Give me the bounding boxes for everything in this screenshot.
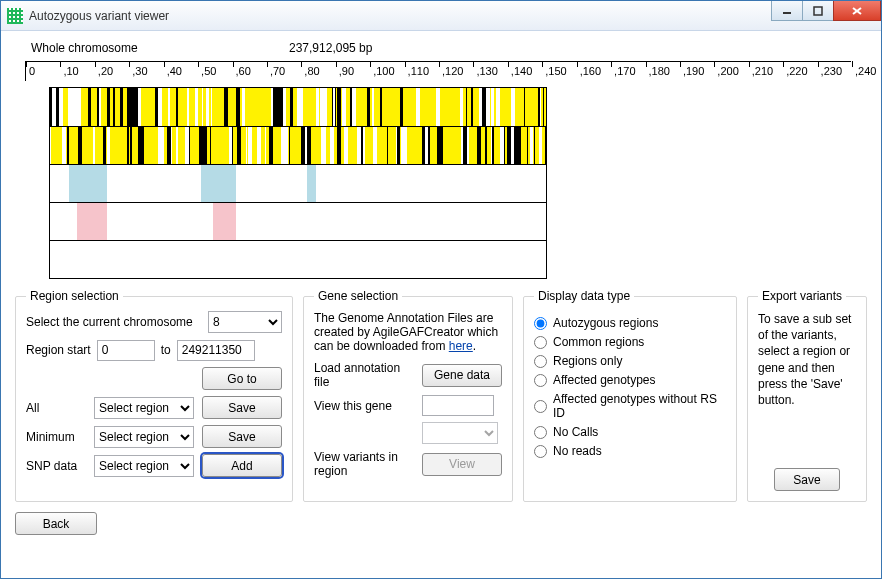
window-controls [772, 1, 881, 21]
chromosome-select-label: Select the current chromosome [26, 315, 193, 329]
export-save-button[interactable]: Save [774, 468, 840, 491]
display-option-label: Autozygous regions [553, 316, 658, 330]
region-band[interactable] [307, 165, 315, 202]
minimize-icon [782, 6, 792, 16]
ruler-container: 0,10,20,30,40,50,60,70,80,90,100,110,120… [25, 61, 851, 279]
ruler-tick: ,40 [164, 61, 165, 67]
ruler-tick: ,120 [439, 61, 440, 67]
whole-chromosome-label: Whole chromosome [31, 41, 138, 55]
minimum-region-select[interactable]: Select region [94, 426, 194, 448]
chromosome-row: Select the current chromosome 1234567891… [26, 311, 282, 333]
display-option-radio[interactable] [534, 400, 547, 413]
ruler-tick: ,170 [611, 61, 612, 67]
back-button[interactable]: Back [15, 512, 97, 535]
gene-variant-select[interactable] [422, 422, 498, 444]
chromosome-select[interactable]: 12345678910111213141516171819202122XY [208, 311, 282, 333]
app-window: Autozygous variant viewer Whole chromoso… [0, 0, 882, 579]
ruler-tick: ,200 [714, 61, 715, 67]
minimum-save-button[interactable]: Save [202, 425, 282, 448]
all-save-button[interactable]: Save [202, 396, 282, 419]
region-legend: Region selection [26, 289, 123, 303]
app-icon [7, 8, 23, 24]
maximize-button[interactable] [802, 1, 834, 21]
row-all-label: All [26, 401, 86, 415]
titlebar[interactable]: Autozygous variant viewer [1, 1, 881, 31]
display-option-label: Common regions [553, 335, 644, 349]
display-option-label: No Calls [553, 425, 598, 439]
display-option[interactable]: Autozygous regions [534, 316, 726, 330]
close-icon [851, 6, 863, 16]
display-option[interactable]: Affected genotypes without RS ID [534, 392, 726, 420]
chromosome-length-label: 237,912,095 bp [289, 41, 372, 55]
ruler-tick: ,210 [749, 61, 750, 67]
goto-button[interactable]: Go to [202, 367, 282, 390]
view-button[interactable]: View [422, 453, 502, 476]
region-start-label: Region start [26, 343, 91, 357]
display-option-radio[interactable] [534, 374, 547, 387]
ruler-tick: ,20 [95, 61, 96, 67]
chromosome-header: Whole chromosome 237,912,095 bp [25, 41, 867, 59]
track-stack[interactable] [49, 87, 547, 279]
row-snp-label: SNP data [26, 459, 86, 473]
gene-description: The Genome Annotation Files are created … [314, 311, 502, 353]
ruler-tick: ,130 [473, 61, 474, 67]
ruler-tick: ,60 [233, 61, 234, 67]
add-button[interactable]: Add [202, 454, 282, 477]
export-group: Export variants To save a sub set of the… [747, 289, 867, 502]
track-empty[interactable] [50, 240, 546, 278]
gene-data-button[interactable]: Gene data [422, 364, 502, 387]
display-option-radio[interactable] [534, 426, 547, 439]
ruler-tick: ,100 [370, 61, 371, 67]
display-option[interactable]: No Calls [534, 425, 726, 439]
ruler-tick: 0 [26, 61, 27, 67]
ruler-tick: ,90 [336, 61, 337, 67]
gene-selection-group: Gene selection The Genome Annotation Fil… [303, 289, 513, 502]
region-end-input[interactable] [177, 340, 255, 361]
display-option-radio[interactable] [534, 355, 547, 368]
region-grid: Go to All Select region Save Minimum Sel… [26, 367, 282, 477]
display-option[interactable]: Common regions [534, 335, 726, 349]
all-region-select[interactable]: Select region [94, 397, 194, 419]
ruler-tick: ,190 [680, 61, 681, 67]
track-snp-b[interactable] [50, 126, 546, 164]
display-option-label: Regions only [553, 354, 622, 368]
region-band[interactable] [69, 165, 107, 202]
export-legend: Export variants [758, 289, 846, 303]
display-option-radio[interactable] [534, 317, 547, 330]
ruler-tick: ,50 [198, 61, 199, 67]
track-snp-a[interactable] [50, 88, 546, 126]
region-start-input[interactable] [97, 340, 155, 361]
display-option[interactable]: Affected genotypes [534, 373, 726, 387]
export-description: To save a sub set of the variants, selec… [758, 311, 856, 408]
snp-region-select[interactable]: Select region [94, 455, 194, 477]
display-option[interactable]: Regions only [534, 354, 726, 368]
ruler-tick: ,240 [852, 61, 853, 67]
region-selection-group: Region selection Select the current chro… [15, 289, 293, 502]
display-option-radio[interactable] [534, 445, 547, 458]
display-option-label: No reads [553, 444, 602, 458]
display-option-label: Affected genotypes without RS ID [553, 392, 726, 420]
track-autozygous[interactable] [50, 164, 546, 202]
region-band[interactable] [201, 165, 237, 202]
display-option-radio[interactable] [534, 336, 547, 349]
ruler-tick: ,230 [818, 61, 819, 67]
gene-legend: Gene selection [314, 289, 402, 303]
client-area: Whole chromosome 237,912,095 bp 0,10,20,… [1, 31, 881, 578]
display-option-label: Affected genotypes [553, 373, 656, 387]
display-option[interactable]: No reads [534, 444, 726, 458]
svg-rect-1 [814, 7, 822, 15]
view-gene-input[interactable] [422, 395, 494, 416]
window-title: Autozygous variant viewer [29, 9, 169, 23]
display-legend: Display data type [534, 289, 634, 303]
ruler-tick: ,220 [783, 61, 784, 67]
download-link[interactable]: here [449, 339, 473, 353]
region-band[interactable] [213, 203, 236, 240]
close-button[interactable] [833, 1, 881, 21]
ruler-tick: ,30 [129, 61, 130, 67]
genomic-ruler[interactable]: 0,10,20,30,40,50,60,70,80,90,100,110,120… [25, 61, 851, 81]
maximize-icon [813, 6, 823, 16]
minimize-button[interactable] [771, 1, 803, 21]
track-common[interactable] [50, 202, 546, 240]
region-band[interactable] [77, 203, 106, 240]
load-annotation-label: Load annotation file [314, 361, 414, 389]
